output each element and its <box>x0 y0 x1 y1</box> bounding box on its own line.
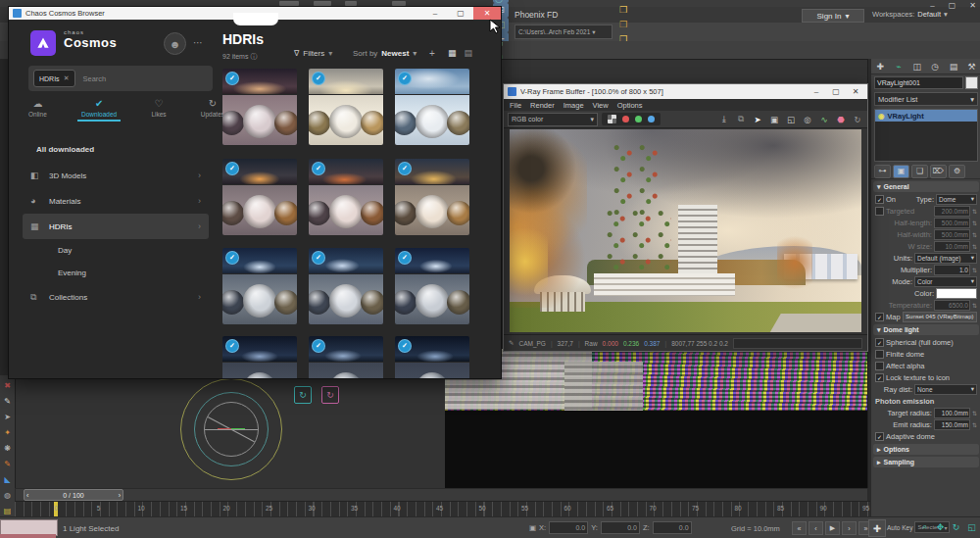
playback-button[interactable]: ‹ <box>808 521 823 535</box>
value-field[interactable]: 200.0mm <box>934 206 970 217</box>
channel-dropdown[interactable]: RGB color ▾ <box>508 113 598 126</box>
workspace-selector[interactable]: Workspaces: Default ▾ <box>872 10 948 19</box>
checkbox[interactable] <box>875 362 884 370</box>
rollout-options[interactable]: ▸Options <box>873 444 979 455</box>
vfb-toolbar-icon[interactable]: ⧉ <box>735 114 747 125</box>
hdri-tile[interactable]: ✓ <box>395 69 469 145</box>
vfb-maximize-button[interactable]: ▢ <box>828 87 844 96</box>
param-dropdown[interactable]: Default (image)▾ <box>914 253 977 264</box>
viewport-nav-icon[interactable]: ⌕ <box>918 520 931 533</box>
vfb-title-bar[interactable]: V-Ray Frame Buffer - [100.0% of 800 x 50… <box>504 84 867 99</box>
vfb-toolbar-icon[interactable]: ↻ <box>852 114 863 125</box>
rollout-sampling[interactable]: ▸Sampling <box>873 457 979 467</box>
value-field[interactable]: 150.0mm <box>934 419 970 430</box>
time-slider-handle[interactable]: ‹ 0 / 100 › <box>24 489 123 501</box>
playback-button[interactable]: › <box>842 521 857 535</box>
spinner[interactable]: ⇅ <box>972 220 977 226</box>
sidebar-item-day[interactable]: Day <box>23 239 209 262</box>
auto-key-button[interactable]: Auto Key <box>887 524 912 531</box>
x-field[interactable]: 0.0 <box>549 521 588 534</box>
param-dropdown[interactable]: None▾ <box>914 384 977 395</box>
spinner[interactable]: ⇅ <box>972 231 977 238</box>
time-slider[interactable]: ‹ 0 / 100 › <box>15 488 868 502</box>
vfb-minimize-button[interactable]: – <box>808 87 824 96</box>
dome-light-gizmo[interactable] <box>180 378 282 480</box>
hdri-tile[interactable]: ✓ <box>222 159 297 235</box>
search-tag-hdris[interactable]: HDRIs ✕ <box>33 70 75 87</box>
viewport-toolbar-icon[interactable]: ◣ <box>2 473 14 485</box>
toolbar-icon[interactable]: ❒ <box>615 3 631 18</box>
command-panel-tab[interactable]: ⚒ <box>965 60 979 73</box>
cosmos-maximize-button[interactable]: ▢ <box>448 7 473 20</box>
sign-in-button[interactable]: Sign In ▾ <box>802 9 864 23</box>
command-panel-tab[interactable]: ▤ <box>947 60 960 73</box>
hdri-tile[interactable]: ✓ <box>309 69 383 145</box>
stack-item-vraylight[interactable]: ◉ VRayLight <box>875 110 977 122</box>
all-downloaded-label[interactable]: All downloaded <box>36 145 94 154</box>
object-name-field[interactable]: VRayLight001 <box>874 76 963 89</box>
z-field[interactable]: 0.0 <box>653 521 692 534</box>
phoenix-viewport-icon[interactable]: ↻ <box>321 386 339 404</box>
search-bar[interactable]: HDRIs ✕ Search <box>28 66 213 91</box>
tab-likes[interactable]: ♡Likes <box>151 98 166 122</box>
object-color-swatch[interactable] <box>965 76 978 89</box>
command-panel-tab[interactable]: ✚ <box>873 60 887 73</box>
stack-button[interactable]: ⌦ <box>930 165 947 178</box>
viewport-toolbar-icon[interactable]: ◍ <box>2 489 14 501</box>
vray-viewport-icon[interactable]: ↻ <box>294 386 312 404</box>
hdri-tile[interactable]: ✓ <box>222 336 297 378</box>
viewport-toolbar-icon[interactable]: ✦ <box>2 426 14 438</box>
vfb-menu-image[interactable]: Image <box>564 101 584 110</box>
tab-online[interactable]: ☁Online <box>28 98 47 122</box>
max-close-button[interactable]: ✕ <box>969 1 976 10</box>
rollout-general[interactable]: ▾General <box>873 181 979 192</box>
info-icon[interactable]: ⓘ <box>250 53 257 60</box>
overflow-menu-icon[interactable]: ⋯ <box>193 37 203 48</box>
selection-lock-icon[interactable]: ▣ <box>529 523 536 532</box>
list-view-icon[interactable]: ▤ <box>465 48 473 58</box>
sort-dropdown[interactable]: Sort by Newest ▾ <box>353 49 416 58</box>
filters-button[interactable]: ∇ Filters ▾ <box>294 49 332 58</box>
search-input[interactable]: Search <box>83 74 107 83</box>
vfb-toolbar-icon[interactable]: ◱ <box>785 114 797 125</box>
remove-tag-icon[interactable]: ✕ <box>64 74 70 82</box>
map-button[interactable]: Sunset 045 (VRayBitmap) <box>903 312 977 322</box>
vfb-menu-render[interactable]: Render <box>530 101 555 110</box>
spinner[interactable]: ⇅ <box>972 421 977 428</box>
viewport-nav-icon[interactable]: ↻ <box>950 520 962 533</box>
blue-channel-toggle[interactable] <box>648 116 655 122</box>
hdri-tile[interactable]: ✓ <box>309 336 383 378</box>
stack-button[interactable]: ⚙ <box>949 165 965 178</box>
user-avatar[interactable]: ☻ <box>164 32 186 55</box>
viewport-nav-icon[interactable]: ✥ <box>934 520 947 533</box>
green-channel-toggle[interactable] <box>635 116 642 122</box>
vfb-toolbar-icon[interactable]: ◎ <box>802 114 813 125</box>
next-frame-icon[interactable]: › <box>119 492 121 499</box>
checkbox[interactable]: ✓ <box>875 373 884 382</box>
y-field[interactable]: 0.0 <box>601 521 640 534</box>
spinner[interactable]: ⇅ <box>972 267 977 273</box>
value-field[interactable]: 500.0mm <box>934 229 970 240</box>
selection-set-dropdown[interactable]: C:\Users\..Arch Feb 2021 ▾ <box>514 24 612 39</box>
checkbox[interactable]: ✓ <box>875 195 884 204</box>
viewport-toolbar-icon[interactable]: ✎ <box>2 395 14 407</box>
viewport-toolbar-icon[interactable]: ❋ <box>2 442 14 454</box>
spinner[interactable]: ⇅ <box>972 410 977 416</box>
grid-view-icon[interactable]: ▦ <box>448 48 457 58</box>
red-channel-toggle[interactable] <box>622 116 629 122</box>
vfb-menu-file[interactable]: File <box>510 101 521 110</box>
playback-button[interactable]: ▶ <box>825 521 840 535</box>
alpha-channel-toggle[interactable] <box>608 115 616 123</box>
command-panel-tab[interactable]: ◷ <box>928 60 942 73</box>
hdri-tile[interactable]: ✓ <box>222 248 297 324</box>
viewport-toolbar-icon[interactable]: ➤ <box>2 411 14 422</box>
checkbox[interactable] <box>875 207 884 216</box>
vfb-close-button[interactable]: ✕ <box>848 87 863 96</box>
hdri-tile[interactable]: ✓ <box>395 248 469 324</box>
checkbox[interactable]: ✓ <box>875 338 884 347</box>
stack-button[interactable]: ❏ <box>911 165 928 178</box>
sidebar-item-materials[interactable]: ◕Materials› <box>23 188 209 214</box>
cosmos-title-bar[interactable]: Chaos Cosmos Browser – ▢ ✕ <box>9 7 501 20</box>
spinner[interactable]: ⇅ <box>972 208 977 215</box>
viewport-toolbar-icon[interactable]: ✎ <box>2 458 14 469</box>
